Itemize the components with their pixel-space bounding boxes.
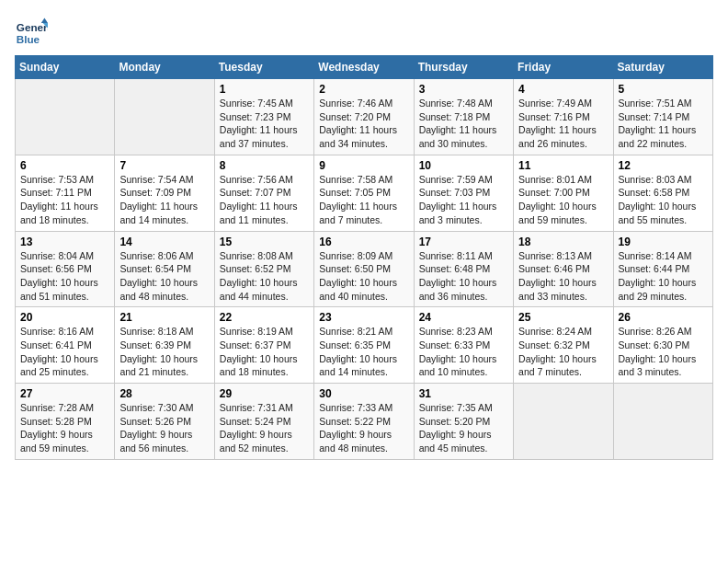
day-number: 1 bbox=[220, 83, 309, 96]
calendar-cell: 18Sunrise: 8:13 AMSunset: 6:46 PMDayligh… bbox=[514, 231, 613, 307]
day-info: Sunrise: 8:06 AMSunset: 6:54 PMDaylight:… bbox=[119, 249, 209, 304]
day-info: Sunrise: 8:11 AMSunset: 6:48 PMDaylight:… bbox=[419, 249, 508, 304]
calendar-cell: 22Sunrise: 8:19 AMSunset: 6:37 PMDayligh… bbox=[214, 307, 313, 384]
day-info: Sunrise: 7:54 AMSunset: 7:09 PMDaylight:… bbox=[119, 173, 209, 227]
day-number: 18 bbox=[518, 236, 608, 248]
calendar-cell: 17Sunrise: 8:11 AMSunset: 6:48 PMDayligh… bbox=[414, 231, 513, 307]
day-number: 25 bbox=[518, 311, 608, 324]
day-number: 21 bbox=[119, 311, 209, 324]
day-number: 7 bbox=[119, 159, 209, 172]
day-info: Sunrise: 8:23 AMSunset: 6:33 PMDaylight:… bbox=[419, 325, 508, 379]
week-row-2: 6Sunrise: 7:53 AMSunset: 7:11 PMDaylight… bbox=[16, 155, 713, 231]
week-row-5: 27Sunrise: 7:28 AMSunset: 5:28 PMDayligh… bbox=[16, 384, 713, 460]
logo: General Blue bbox=[15, 15, 48, 48]
day-number: 8 bbox=[220, 159, 309, 172]
day-number: 9 bbox=[319, 159, 408, 172]
day-number: 13 bbox=[20, 236, 109, 248]
day-info: Sunrise: 8:24 AMSunset: 6:32 PMDaylight:… bbox=[518, 325, 608, 379]
day-number: 3 bbox=[419, 83, 508, 96]
weekday-header-thursday: Thursday bbox=[414, 56, 513, 79]
calendar-cell: 13Sunrise: 8:04 AMSunset: 6:56 PMDayligh… bbox=[16, 231, 115, 307]
calendar-cell: 14Sunrise: 8:06 AMSunset: 6:54 PMDayligh… bbox=[115, 231, 214, 307]
calendar-cell: 27Sunrise: 7:28 AMSunset: 5:28 PMDayligh… bbox=[16, 384, 115, 460]
weekday-header-monday: Monday bbox=[115, 56, 214, 79]
calendar-cell: 9Sunrise: 7:58 AMSunset: 7:05 PMDaylight… bbox=[314, 155, 414, 231]
day-info: Sunrise: 7:46 AMSunset: 7:20 PMDaylight:… bbox=[319, 97, 408, 151]
day-number: 19 bbox=[619, 236, 708, 248]
day-number: 22 bbox=[220, 311, 309, 324]
day-info: Sunrise: 7:58 AMSunset: 7:05 PMDaylight:… bbox=[319, 173, 408, 227]
day-info: Sunrise: 7:33 AMSunset: 5:22 PMDaylight:… bbox=[319, 401, 408, 455]
day-info: Sunrise: 7:30 AMSunset: 5:26 PMDaylight:… bbox=[119, 401, 209, 455]
calendar-cell: 20Sunrise: 8:16 AMSunset: 6:41 PMDayligh… bbox=[16, 307, 115, 384]
calendar-cell: 2Sunrise: 7:46 AMSunset: 7:20 PMDaylight… bbox=[314, 79, 414, 155]
calendar-cell: 25Sunrise: 8:24 AMSunset: 6:32 PMDayligh… bbox=[514, 307, 613, 384]
day-number: 6 bbox=[20, 159, 109, 172]
calendar-cell: 31Sunrise: 7:35 AMSunset: 5:20 PMDayligh… bbox=[414, 384, 513, 460]
calendar-cell: 1Sunrise: 7:45 AMSunset: 7:23 PMDaylight… bbox=[214, 79, 313, 155]
logo-icon: General Blue bbox=[15, 15, 48, 48]
weekday-header-friday: Friday bbox=[514, 56, 613, 79]
day-number: 4 bbox=[518, 83, 608, 96]
calendar-cell: 29Sunrise: 7:31 AMSunset: 5:24 PMDayligh… bbox=[214, 384, 313, 460]
day-number: 26 bbox=[619, 311, 708, 324]
calendar-cell: 12Sunrise: 8:03 AMSunset: 6:58 PMDayligh… bbox=[613, 155, 712, 231]
day-number: 15 bbox=[220, 236, 309, 248]
calendar-cell: 5Sunrise: 7:51 AMSunset: 7:14 PMDaylight… bbox=[613, 79, 712, 155]
day-number: 27 bbox=[20, 387, 109, 400]
day-number: 2 bbox=[319, 83, 408, 96]
day-number: 11 bbox=[518, 159, 608, 172]
day-info: Sunrise: 7:53 AMSunset: 7:11 PMDaylight:… bbox=[20, 173, 109, 227]
day-info: Sunrise: 8:09 AMSunset: 6:50 PMDaylight:… bbox=[319, 249, 408, 304]
svg-text:Blue: Blue bbox=[17, 33, 40, 45]
day-number: 16 bbox=[319, 236, 408, 248]
calendar-cell: 3Sunrise: 7:48 AMSunset: 7:18 PMDaylight… bbox=[414, 79, 513, 155]
day-number: 5 bbox=[619, 83, 708, 96]
calendar-cell: 28Sunrise: 7:30 AMSunset: 5:26 PMDayligh… bbox=[115, 384, 214, 460]
day-number: 12 bbox=[619, 159, 708, 172]
calendar-cell: 19Sunrise: 8:14 AMSunset: 6:44 PMDayligh… bbox=[613, 231, 712, 307]
day-info: Sunrise: 8:03 AMSunset: 6:58 PMDaylight:… bbox=[619, 173, 708, 227]
day-info: Sunrise: 7:31 AMSunset: 5:24 PMDaylight:… bbox=[220, 401, 309, 455]
calendar-cell bbox=[613, 384, 712, 460]
calendar-table: SundayMondayTuesdayWednesdayThursdayFrid… bbox=[15, 55, 713, 460]
day-info: Sunrise: 8:19 AMSunset: 6:37 PMDaylight:… bbox=[220, 325, 309, 379]
calendar-cell bbox=[514, 384, 613, 460]
weekday-header-saturday: Saturday bbox=[613, 56, 712, 79]
calendar-cell: 10Sunrise: 7:59 AMSunset: 7:03 PMDayligh… bbox=[414, 155, 513, 231]
day-info: Sunrise: 8:18 AMSunset: 6:39 PMDaylight:… bbox=[119, 325, 209, 379]
calendar-cell: 26Sunrise: 8:26 AMSunset: 6:30 PMDayligh… bbox=[613, 307, 712, 384]
day-info: Sunrise: 7:49 AMSunset: 7:16 PMDaylight:… bbox=[518, 97, 608, 151]
day-info: Sunrise: 8:13 AMSunset: 6:46 PMDaylight:… bbox=[518, 249, 608, 304]
day-info: Sunrise: 8:16 AMSunset: 6:41 PMDaylight:… bbox=[20, 325, 109, 379]
day-info: Sunrise: 7:51 AMSunset: 7:14 PMDaylight:… bbox=[619, 97, 708, 151]
day-info: Sunrise: 8:01 AMSunset: 7:00 PMDaylight:… bbox=[518, 173, 608, 227]
calendar-cell: 15Sunrise: 8:08 AMSunset: 6:52 PMDayligh… bbox=[214, 231, 313, 307]
day-info: Sunrise: 7:35 AMSunset: 5:20 PMDaylight:… bbox=[419, 401, 508, 455]
weekday-header-sunday: Sunday bbox=[16, 56, 115, 79]
day-info: Sunrise: 7:48 AMSunset: 7:18 PMDaylight:… bbox=[419, 97, 508, 151]
day-info: Sunrise: 8:04 AMSunset: 6:56 PMDaylight:… bbox=[20, 249, 109, 304]
calendar-cell bbox=[16, 79, 115, 155]
day-info: Sunrise: 8:08 AMSunset: 6:52 PMDaylight:… bbox=[220, 249, 309, 304]
weekday-header-tuesday: Tuesday bbox=[214, 56, 313, 79]
calendar-cell bbox=[115, 79, 214, 155]
day-number: 31 bbox=[419, 387, 508, 400]
page-header: General Blue bbox=[15, 15, 713, 48]
calendar-cell: 7Sunrise: 7:54 AMSunset: 7:09 PMDaylight… bbox=[115, 155, 214, 231]
day-number: 23 bbox=[319, 311, 408, 324]
day-number: 24 bbox=[419, 311, 508, 324]
calendar-cell: 24Sunrise: 8:23 AMSunset: 6:33 PMDayligh… bbox=[414, 307, 513, 384]
calendar-cell: 21Sunrise: 8:18 AMSunset: 6:39 PMDayligh… bbox=[115, 307, 214, 384]
day-number: 14 bbox=[119, 236, 209, 248]
day-info: Sunrise: 8:26 AMSunset: 6:30 PMDaylight:… bbox=[619, 325, 708, 379]
day-info: Sunrise: 8:21 AMSunset: 6:35 PMDaylight:… bbox=[319, 325, 408, 379]
day-info: Sunrise: 7:56 AMSunset: 7:07 PMDaylight:… bbox=[220, 173, 309, 227]
calendar-cell: 16Sunrise: 8:09 AMSunset: 6:50 PMDayligh… bbox=[314, 231, 414, 307]
day-number: 17 bbox=[419, 236, 508, 248]
day-number: 10 bbox=[419, 159, 508, 172]
day-info: Sunrise: 8:14 AMSunset: 6:44 PMDaylight:… bbox=[619, 249, 708, 304]
calendar-cell: 4Sunrise: 7:49 AMSunset: 7:16 PMDaylight… bbox=[514, 79, 613, 155]
day-number: 29 bbox=[220, 387, 309, 400]
calendar-cell: 8Sunrise: 7:56 AMSunset: 7:07 PMDaylight… bbox=[214, 155, 313, 231]
